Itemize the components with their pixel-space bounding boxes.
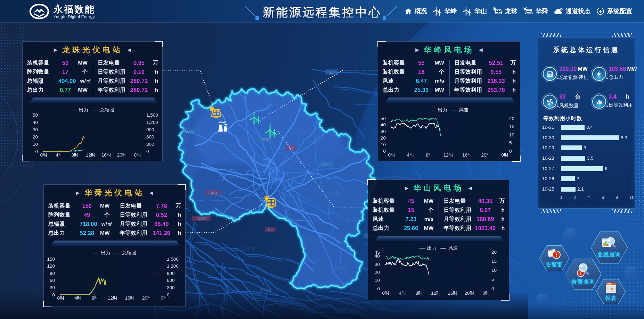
svg-text:4时: 4时 [399, 291, 407, 296]
svg-text:4时: 4时 [407, 152, 415, 158]
svg-text:16时: 16时 [101, 152, 112, 158]
svg-text:10: 10 [33, 142, 38, 147]
svg-text:16时: 16时 [462, 152, 472, 158]
svg-text:15: 15 [491, 259, 497, 264]
svg-text:0时: 0时 [382, 291, 390, 296]
svg-text:10: 10 [491, 268, 497, 273]
svg-text:8时: 8时 [416, 291, 423, 296]
svg-text:12时: 12时 [86, 152, 96, 158]
svg-text:0时: 0时 [482, 291, 490, 296]
svg-text:15: 15 [509, 124, 514, 129]
svg-text:40: 40 [33, 120, 38, 125]
svg-text:0时: 0时 [388, 152, 396, 158]
svg-text:10: 10 [509, 132, 514, 137]
svg-text:20: 20 [509, 116, 514, 121]
svg-text:30: 30 [33, 127, 38, 132]
svg-text:30: 30 [50, 285, 55, 290]
svg-text:0: 0 [509, 149, 512, 154]
svg-text:12时: 12时 [108, 295, 118, 301]
svg-text:0时: 0时 [57, 295, 65, 301]
svg-text:APRIL: APRIL [607, 283, 612, 285]
svg-text:40: 40 [375, 253, 380, 259]
svg-text:120: 120 [47, 263, 55, 269]
svg-text:1,500: 1,500 [167, 257, 179, 262]
svg-text:8时: 8时 [71, 152, 79, 158]
svg-text:0: 0 [491, 286, 494, 291]
svg-text:20: 20 [375, 270, 380, 275]
svg-text:10: 10 [375, 278, 380, 283]
svg-text:5: 5 [509, 140, 512, 145]
svg-text:0: 0 [383, 149, 386, 154]
svg-text:30: 30 [375, 262, 380, 267]
svg-text:30: 30 [381, 129, 386, 134]
svg-text:10: 10 [381, 142, 386, 147]
svg-text:5: 5 [491, 277, 494, 282]
svg-text:150: 150 [47, 257, 55, 262]
svg-text:60: 60 [50, 278, 55, 283]
svg-text:20时: 20时 [117, 152, 127, 158]
svg-text:0时: 0时 [161, 295, 168, 301]
svg-text:20: 20 [381, 135, 386, 141]
svg-text:50: 50 [381, 116, 386, 121]
svg-text:300: 300 [146, 142, 154, 147]
svg-text:12时: 12时 [443, 152, 454, 158]
svg-text:300: 300 [167, 285, 175, 290]
svg-text:16时: 16时 [125, 295, 135, 301]
svg-text:0时: 0时 [40, 152, 48, 158]
svg-text:0: 0 [146, 149, 149, 154]
svg-text:20: 20 [33, 134, 38, 140]
svg-text:1,200: 1,200 [146, 120, 158, 125]
svg-text:12时: 12时 [431, 291, 441, 296]
svg-text:20时: 20时 [481, 152, 491, 158]
svg-text:0时: 0时 [134, 152, 141, 158]
svg-text:1,200: 1,200 [167, 263, 179, 269]
svg-text:0: 0 [35, 149, 38, 154]
svg-text:1,500: 1,500 [146, 112, 158, 118]
svg-text:600: 600 [167, 278, 175, 283]
svg-text:0: 0 [52, 292, 55, 297]
svg-text:8时: 8时 [92, 295, 99, 301]
svg-text:50: 50 [33, 112, 38, 118]
svg-text:0时: 0时 [501, 152, 509, 158]
svg-text:90: 90 [50, 271, 55, 276]
svg-text:0: 0 [377, 286, 380, 291]
svg-text:20: 20 [491, 250, 497, 255]
svg-text:900: 900 [146, 127, 154, 132]
svg-text:4时: 4时 [56, 152, 63, 158]
svg-text:20时: 20时 [465, 291, 475, 296]
svg-text:8时: 8时 [426, 152, 433, 158]
svg-text:600: 600 [146, 134, 154, 140]
svg-text:4时: 4时 [74, 295, 82, 301]
svg-text:900: 900 [167, 271, 175, 276]
svg-text:40: 40 [381, 122, 386, 127]
svg-text:16时: 16时 [448, 291, 458, 296]
svg-text:20时: 20时 [142, 295, 152, 301]
